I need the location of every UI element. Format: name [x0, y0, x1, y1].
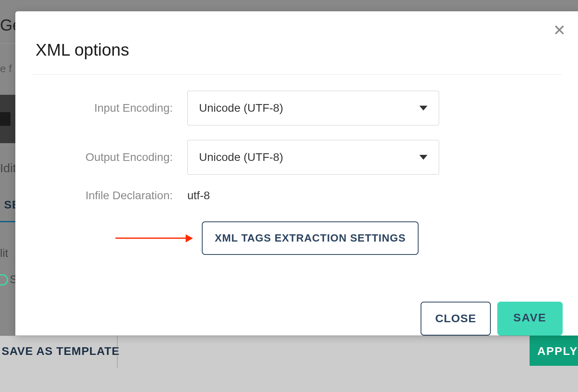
save-button[interactable]: SAVE	[497, 302, 563, 336]
close-icon[interactable]: ✕	[553, 23, 566, 38]
xml-options-modal: ✕ XML options Input Encoding: Unicode (U…	[15, 11, 578, 336]
bg-radio-fragment	[0, 274, 8, 286]
modal-footer: CLOSE SAVE	[421, 302, 563, 336]
annotation-arrow-container	[36, 238, 202, 239]
modal-body: Input Encoding: Unicode (UTF-8) Output E…	[15, 75, 578, 263]
extraction-button-row: XML TAGS EXTRACTION SETTINGS	[36, 221, 558, 255]
infile-declaration-label: Infile Declaration:	[36, 189, 187, 202]
input-encoding-select[interactable]: Unicode (UTF-8)	[187, 91, 439, 125]
input-encoding-value: Unicode (UTF-8)	[199, 102, 283, 115]
modal-title: XML options	[15, 11, 578, 74]
input-encoding-label: Input Encoding:	[36, 102, 187, 115]
bg-divider	[117, 336, 117, 368]
infile-declaration-value: utf-8	[187, 189, 210, 202]
output-encoding-value: Unicode (UTF-8)	[199, 151, 283, 164]
close-button[interactable]: CLOSE	[421, 302, 490, 336]
bg-divider	[0, 189, 15, 190]
output-encoding-label: Output Encoding:	[36, 151, 187, 164]
bg-file-icon	[0, 112, 10, 126]
bg-text-fragment: Idit	[0, 161, 16, 175]
annotation-arrow-icon	[115, 238, 192, 239]
caret-down-icon	[419, 155, 427, 160]
bg-tab-underline	[0, 221, 15, 222]
caret-down-icon	[419, 106, 427, 111]
infile-declaration-row: Infile Declaration: utf-8	[36, 189, 558, 202]
apply-button-label: APPLY	[537, 345, 578, 358]
xml-tags-extraction-settings-button[interactable]: XML TAGS EXTRACTION SETTINGS	[202, 221, 419, 255]
output-encoding-select[interactable]: Unicode (UTF-8)	[187, 140, 439, 175]
bg-divider	[0, 44, 15, 44]
bg-footer-bar: SAVE AS TEMPLATE APPLY	[0, 336, 578, 392]
output-encoding-row: Output Encoding: Unicode (UTF-8)	[36, 140, 558, 175]
bg-text-fragment: lit	[0, 247, 8, 260]
bg-text-fragment: e f	[0, 63, 12, 75]
input-encoding-row: Input Encoding: Unicode (UTF-8)	[36, 91, 558, 125]
save-as-template-button[interactable]: SAVE AS TEMPLATE	[2, 345, 119, 358]
